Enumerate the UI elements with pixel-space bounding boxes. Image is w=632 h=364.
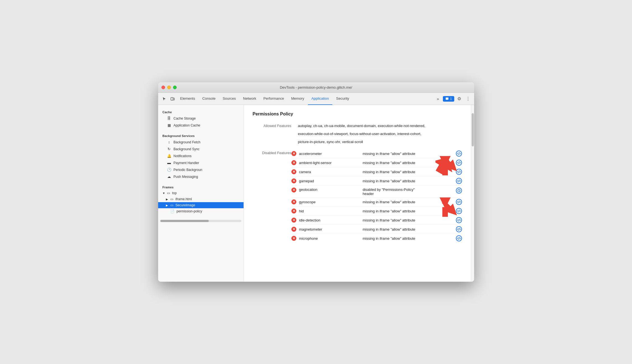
- disabled-features-list: ✕ accelerometer missing in iframe "allow…: [291, 149, 462, 243]
- cloud-icon: ☁: [167, 175, 171, 179]
- feature-reason-gyroscope: missing in iframe "allow" attribute: [363, 200, 453, 204]
- tab-application[interactable]: Application: [308, 93, 332, 105]
- source-link-hid[interactable]: [456, 208, 462, 214]
- feature-row-geolocation: ✕ geolocation disabled by "Permissions-P…: [291, 186, 462, 197]
- error-icon-idle: ✕: [291, 218, 296, 223]
- error-icon-geolocation: ✕: [291, 188, 296, 192]
- periodic-bg-label: Periodic Backgroun: [174, 168, 202, 172]
- feature-row-idle: ✕ idle-detection missing in iframe "allo…: [291, 216, 462, 225]
- settings-button[interactable]: ⚙: [455, 95, 463, 103]
- feature-row-ambient: ✕ ambient-light-sensor missing in iframe…: [291, 158, 462, 167]
- feature-name-magnetometer: magnetometer: [299, 227, 360, 231]
- feature-name-gyroscope: gyroscope: [299, 200, 360, 204]
- feature-name-camera: camera: [299, 170, 360, 174]
- maximize-button[interactable]: [173, 86, 177, 89]
- source-link-magnetometer[interactable]: [456, 226, 462, 232]
- policy-file-label: permission-policy: [177, 209, 202, 213]
- feature-reason-gamepad: missing in iframe "allow" attribute: [363, 179, 453, 183]
- feature-reason-ambient: missing in iframe "allow" attribute: [363, 161, 453, 165]
- fetch-icon: ↕: [167, 140, 171, 144]
- more-options-button[interactable]: ⋮: [464, 95, 472, 103]
- sidebar-item-cache-storage[interactable]: 🗄 Cache Storage: [158, 115, 244, 122]
- tab-memory[interactable]: Memory: [288, 93, 307, 105]
- device-toggle-btn[interactable]: [169, 95, 176, 103]
- error-icon-gamepad: ✕: [291, 178, 296, 183]
- feature-reason-magnetometer: missing in iframe "allow" attribute: [363, 227, 453, 231]
- tree-item-iframe[interactable]: ▶ ▭ iframe.html: [158, 196, 244, 202]
- feature-name-idle: idle-detection: [299, 218, 360, 222]
- sidebar-item-notifications[interactable]: 🔔 Notifications: [158, 152, 244, 159]
- feature-reason-microphone: missing in iframe "allow" attribute: [363, 236, 453, 241]
- error-icon-microphone: ✕: [291, 236, 296, 241]
- bg-fetch-label: Background Fetch: [174, 140, 200, 144]
- sidebar-item-push-messaging[interactable]: ☁ Push Messaging: [158, 173, 244, 180]
- allowed-line-1: autoplay, ch-ua, ch-ua-mobile, document-…: [298, 123, 425, 129]
- sidebar-item-application-cache[interactable]: ▦ Application Cache: [158, 122, 244, 129]
- feature-row-microphone: ✕ microphone missing in iframe "allow" a…: [291, 234, 462, 243]
- more-tabs-button[interactable]: »: [434, 95, 442, 103]
- tab-security[interactable]: Security: [333, 93, 352, 105]
- tab-sources[interactable]: Sources: [219, 93, 239, 105]
- disabled-features-label: Disabled Features: [253, 149, 291, 243]
- source-link-gyroscope[interactable]: [456, 199, 462, 205]
- feature-name-accelerometer: accelerometer: [299, 152, 360, 156]
- tab-performance[interactable]: Performance: [260, 93, 287, 105]
- messages-badge-button[interactable]: 1: [443, 96, 454, 102]
- allowed-features-value: autoplay, ch-ua, ch-ua-mobile, document-…: [298, 123, 425, 145]
- error-icon-camera: ✕: [291, 169, 296, 174]
- sidebar-scrollbar[interactable]: [158, 220, 244, 225]
- clock-icon: 🕐: [167, 168, 171, 172]
- tree-item-top[interactable]: ▼ ▭ top: [158, 190, 244, 196]
- allowed-features-label: Allowed Features: [253, 123, 291, 145]
- file-icon: 📄: [170, 209, 174, 213]
- tree-item-permission-policy[interactable]: 📄 permission-policy: [158, 208, 244, 214]
- traffic-lights: [161, 86, 177, 89]
- source-link-geolocation[interactable]: [456, 188, 462, 194]
- bg-sync-label: Background Sync: [174, 147, 200, 151]
- allowed-features-row: Allowed Features autoplay, ch-ua, ch-ua-…: [253, 123, 462, 145]
- tab-console[interactable]: Console: [199, 93, 219, 105]
- iframe-label: iframe.html: [176, 197, 192, 201]
- sidebar-item-bg-sync[interactable]: ↻ Background Sync: [158, 146, 244, 152]
- feature-row-accelerometer: ✕ accelerometer missing in iframe "allow…: [291, 149, 462, 158]
- minimize-button[interactable]: [167, 86, 171, 89]
- source-link-gamepad[interactable]: [456, 178, 462, 184]
- geolocation-reason-line1: disabled by "Permissions-Policy": [363, 188, 453, 192]
- error-icon-ambient: ✕: [291, 160, 296, 165]
- allowed-line-3: picture-in-picture, sync-xhr, vertical-s…: [298, 139, 425, 145]
- top-label: top: [172, 191, 177, 195]
- sync-icon: ↻: [167, 147, 171, 151]
- devtools-window: DevTools - permission-policy-demo.glitch…: [158, 82, 474, 282]
- notifications-label: Notifications: [174, 154, 192, 158]
- close-button[interactable]: [161, 86, 165, 89]
- sidebar-item-periodic-bg[interactable]: 🕐 Periodic Backgroun: [158, 166, 244, 173]
- feature-row-camera: ✕ camera missing in iframe "allow" attri…: [291, 167, 462, 176]
- frames-section-label: Frames: [158, 182, 244, 190]
- feature-name-geolocation: geolocation: [299, 188, 360, 192]
- secure-image-label: SecureImage: [176, 203, 195, 207]
- main-scrollbar[interactable]: [471, 105, 474, 282]
- cursor-icon-btn[interactable]: [160, 95, 168, 103]
- source-link-camera[interactable]: [456, 169, 462, 175]
- svg-rect-1: [173, 98, 174, 100]
- sidebar-item-bg-fetch[interactable]: ↕ Background Fetch: [158, 139, 244, 146]
- source-link-accelerometer[interactable]: [456, 151, 462, 157]
- source-link-ambient[interactable]: [456, 160, 462, 166]
- database-icon: 🗄: [167, 116, 171, 120]
- tree-item-secure-image[interactable]: ▶ ▭ SecureImage: [158, 202, 244, 208]
- tab-elements[interactable]: Elements: [177, 93, 199, 105]
- source-link-idle[interactable]: [456, 217, 462, 223]
- error-icon-accelerometer: ✕: [291, 151, 296, 156]
- source-link-microphone[interactable]: [456, 235, 462, 241]
- bg-services-section-label: Background Services: [158, 131, 244, 139]
- feature-row-gyroscope: ✕ gyroscope missing in iframe "allow" at…: [291, 197, 462, 207]
- payment-handler-label: Payment Handler: [174, 161, 199, 165]
- main-panel: Permissions Policy Allowed Features auto…: [244, 105, 471, 282]
- sidebar: Cache 🗄 Cache Storage ▦ Application Cach…: [158, 105, 244, 282]
- chevron-right-icon: ▶: [166, 198, 169, 201]
- tab-network[interactable]: Network: [240, 93, 260, 105]
- sidebar-item-payment-handler[interactable]: ▬ Payment Handler: [158, 159, 244, 166]
- frame-icon-2: ▭: [170, 203, 173, 207]
- feature-name-ambient: ambient-light-sensor: [299, 161, 360, 165]
- feature-reason-hid: missing in iframe "allow" attribute: [363, 209, 453, 213]
